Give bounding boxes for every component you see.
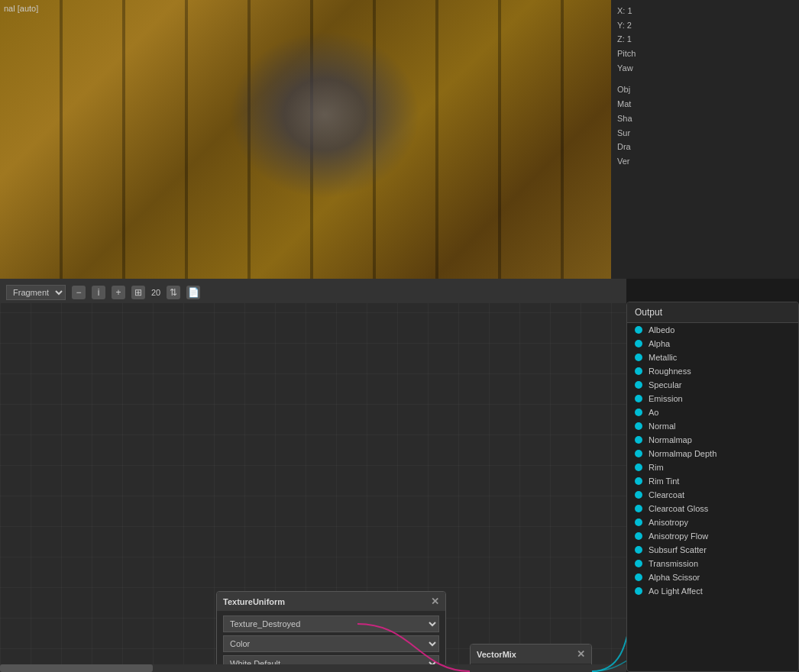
output-item: Rim [627,460,798,474]
output-item: Metallic [627,351,798,364]
output-dot-icon [635,491,642,499]
zoom-out-button[interactable]: − [72,286,86,299]
output-item: Ao Light Affect [627,584,798,598]
output-item: Normalmap Depth [627,447,798,460]
output-item: Subsurf Scatter [627,543,798,557]
node-editor[interactable]: TextureUniform ✕ Texture_Destroyed Color… [0,282,626,672]
output-dot-icon [635,519,642,526]
mode-select[interactable]: Fragment [6,285,66,300]
node-toolbar: Fragment − i + ⊞ 20 ⇅ 📄 [0,282,626,303]
output-dot-icon [635,560,642,567]
coord-yaw: Yaw [617,61,793,76]
zoom-in-button[interactable]: + [112,286,125,299]
output-item: Alpha Scissor [627,570,798,584]
output-item: Emission [627,392,798,405]
coord-y: Y: 2 [617,18,793,33]
output-dot-icon [635,546,642,554]
output-item: Clearcoat Gloss [627,502,798,515]
output-dot-icon [635,450,642,457]
right-info-panel: X: 1 Y: 2 Z: 1 Pitch Yaw Obj Mat Sha Sur… [611,0,799,279]
zoom-value: 20 [151,288,160,297]
output-item: Roughness [627,364,798,378]
output-dot-icon [635,532,642,540]
node-header-vecmix: VectorMix ✕ [471,645,591,664]
doc-button[interactable]: 📄 [186,286,200,299]
output-dot-icon [635,395,642,402]
info-button[interactable]: i [92,286,105,299]
output-item: Ao [627,405,798,419]
output-header: Output [627,302,798,323]
ver-info: Ver [617,154,793,169]
output-dot-icon [635,340,642,347]
sur-info: Sur [617,126,793,141]
coord-z: Z: 1 [617,32,793,47]
output-item: Alpha [627,337,798,351]
texture-name-select-1[interactable]: Texture_Destroyed [223,615,439,632]
output-dot-icon [635,422,642,430]
output-dot-icon [635,464,642,471]
output-item: Normalmap [627,433,798,447]
sha-info: Sha [617,111,793,126]
output-item: Anisotropy Flow [627,529,798,543]
output-dot-icon [635,326,642,334]
output-dot-icon [635,587,642,595]
output-items-list: AlbedoAlphaMetallicRoughnessSpecularEmis… [627,323,798,598]
coord-x: X: 1 [617,4,793,18]
node-header-tex1: TextureUniform ✕ [217,592,445,611]
output-dot-icon [635,409,642,416]
bottom-scrollbar[interactable] [0,664,626,672]
node-close-tex1[interactable]: ✕ [431,596,439,607]
mat-info: Mat [617,97,793,111]
output-item: Anisotropy [627,515,798,529]
output-item: Albedo [627,323,798,337]
output-item: Normal [627,419,798,433]
output-dot-icon [635,436,642,444]
output-dot-icon [635,505,642,512]
node-texture-uniform-1: TextureUniform ✕ Texture_Destroyed Color… [216,591,446,672]
output-item: Clearcoat [627,488,798,502]
node-close-vecmix[interactable]: ✕ [577,648,585,660]
output-dot-icon [635,354,642,361]
output-item: Transmission [627,557,798,570]
output-item: Specular [627,378,798,392]
output-dot-icon [635,381,642,389]
obj-info: Obj [617,82,793,97]
output-dot-icon [635,477,642,485]
output-dot-icon [635,367,642,375]
output-dot-icon [635,573,642,581]
output-panel: Output AlbedoAlphaMetallicRoughnessSpecu… [626,302,799,672]
output-item: Rim Tint [627,474,798,488]
viewport: nal [auto] [0,0,611,279]
scrollbar-thumb[interactable] [0,664,153,672]
up-down-button[interactable]: ⇅ [167,286,180,299]
color-select-1[interactable]: Color [223,635,439,652]
arrange-button[interactable]: ⊞ [131,286,145,299]
dra-info: Dra [617,140,793,154]
viewport-label: nal [auto] [4,4,38,13]
coord-pitch: Pitch [617,47,793,61]
